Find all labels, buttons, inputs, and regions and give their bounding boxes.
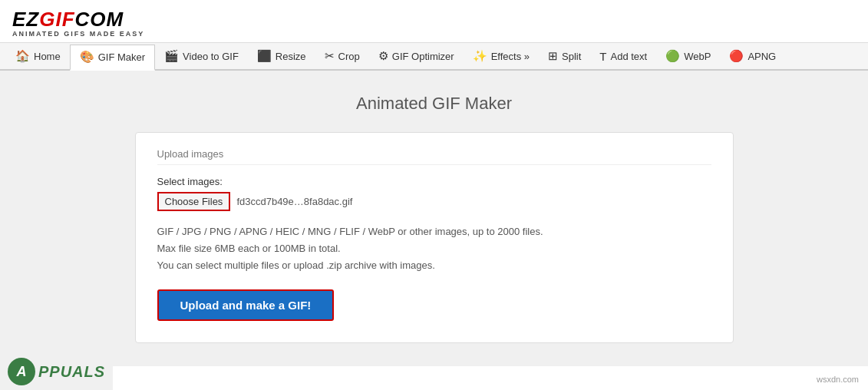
nav-item-split[interactable]: ⊞ Split [539, 43, 590, 71]
appuals-logo-area: A PPUALS [0, 353, 113, 366]
nav-item-effects[interactable]: ✨ Effects » [464, 43, 539, 71]
appuals-logo: A PPUALS [8, 358, 105, 366]
nav-item-gif-optimizer[interactable]: ⚙ GIF Optimizer [369, 43, 464, 71]
webp-icon: 🟢 [665, 49, 680, 63]
split-icon: ⊞ [548, 49, 558, 63]
crop-icon: ✂ [325, 49, 335, 63]
file-name-display: fd3ccd7b49e…8fa8dac.gif [236, 196, 352, 207]
nav-item-webp[interactable]: 🟢 WebP [656, 43, 720, 71]
resize-icon: ⬛ [257, 49, 272, 63]
header: EZGIFCOM ANIMATED GIFS MADE EASY [0, 0, 868, 43]
upload-box-title: Upload images [157, 148, 711, 165]
nav-label-gif-maker: GIF Maker [98, 51, 145, 63]
nav-label-crop: Crop [338, 51, 360, 62]
file-info-line3: You can select multiple files or upload … [157, 257, 711, 274]
nav-item-home[interactable]: 🏠 Home [6, 43, 70, 71]
nav-item-video-to-gif[interactable]: 🎬 Video to GIF [155, 43, 248, 71]
page-title: Animated GIF Maker [15, 94, 853, 114]
logo-ez: EZ [12, 8, 39, 31]
nav-bar: 🏠 Home 🎨 GIF Maker 🎬 Video to GIF ⬛ Resi… [0, 43, 868, 71]
nav-item-resize[interactable]: ⬛ Resize [248, 43, 315, 71]
nav-item-crop[interactable]: ✂ Crop [315, 43, 369, 71]
upload-button[interactable]: Upload and make a GIF! [157, 289, 335, 321]
apng-icon: 🔴 [729, 49, 744, 63]
video-icon: 🎬 [164, 49, 179, 63]
nav-item-gif-maker[interactable]: 🎨 GIF Maker [70, 45, 155, 71]
appuals-icon: A [8, 358, 35, 366]
logo-gif: GIF [39, 8, 74, 31]
main-content: Animated GIF Maker Upload images Select … [0, 71, 868, 366]
file-info-line1: GIF / JPG / PNG / APNG / HEIC / MNG / FL… [157, 223, 711, 240]
choose-files-button[interactable]: Choose Files [157, 192, 231, 211]
optimizer-icon: ⚙ [378, 49, 388, 63]
nav-label-gif-optimizer: GIF Optimizer [392, 51, 454, 62]
effects-icon: ✨ [473, 49, 487, 63]
nav-item-add-text[interactable]: T Add text [590, 43, 656, 71]
logo-com: COM [75, 8, 124, 31]
nav-label-home: Home [34, 51, 61, 62]
appuals-text: PPUALS [38, 363, 105, 367]
file-info: GIF / JPG / PNG / APNG / HEIC / MNG / FL… [157, 223, 711, 274]
nav-item-apng[interactable]: 🔴 APNG [720, 43, 785, 71]
select-images-label: Select images: [157, 176, 711, 187]
add-text-icon: T [599, 50, 606, 63]
logo-subtitle: ANIMATED GIFS MADE EASY [12, 30, 856, 38]
file-input-row: Choose Files fd3ccd7b49e…8fa8dac.gif [157, 192, 711, 211]
gif-maker-icon: 🎨 [80, 50, 94, 64]
nav-label-video-to-gif: Video to GIF [183, 51, 239, 62]
home-icon: 🏠 [15, 49, 30, 63]
nav-label-resize: Resize [276, 51, 306, 62]
nav-label-webp: WebP [684, 51, 711, 62]
file-info-line2: Max file size 6MB each or 100MB in total… [157, 240, 711, 257]
upload-box: Upload images Select images: Choose File… [135, 132, 734, 343]
nav-label-effects: Effects » [491, 51, 530, 62]
logo: EZGIFCOM [12, 8, 856, 31]
nav-label-add-text: Add text [611, 51, 648, 62]
nav-label-apng: APNG [748, 51, 776, 62]
nav-label-split: Split [562, 51, 581, 62]
